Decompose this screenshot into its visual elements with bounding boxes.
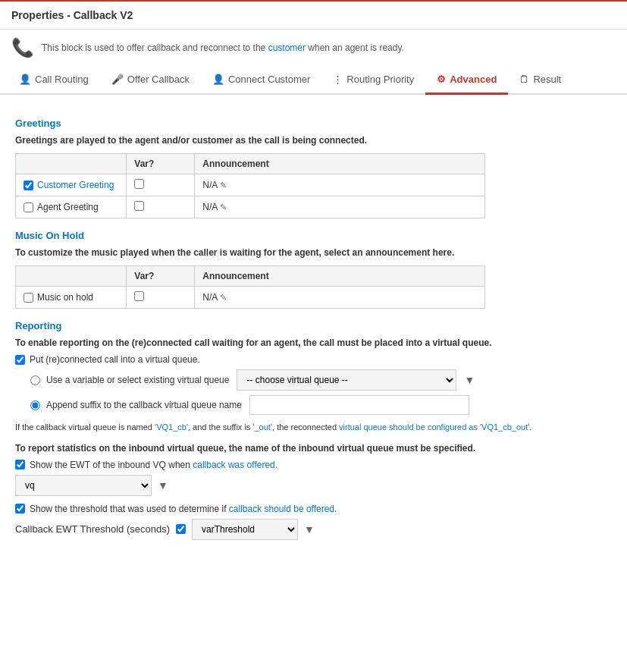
greetings-desc: Greetings are played to the agent and/or… [15,135,612,146]
greetings-section: Greetings Greetings are played to the ag… [15,118,612,218]
music-on-hold-desc: To customize the music played when the c… [15,247,612,258]
option1-option: Use a variable or select existing virtua… [30,375,229,385]
agent-greeting-cell: Agent Greeting [16,196,127,218]
vq-checkbox[interactable] [15,355,25,365]
ewt-threshold-dropdown[interactable]: varThreshold [192,519,298,540]
info-bar: 📞 This block is used to offer callback a… [0,30,627,66]
suffix-input[interactable]: _out [249,395,469,415]
reporting-section: Reporting To enable reporting on the (re… [15,320,612,540]
table-row: Music on hold N/A ✎ [16,287,485,309]
moh-edit-icon[interactable]: ✎ [220,293,227,302]
inbound-vq-dropdown-arrow-icon: ▼ [158,479,168,491]
ewt-var-checkbox[interactable] [176,524,186,534]
greetings-col-var: Var? [127,154,195,174]
customer-greeting-var-cell [127,174,195,196]
customer-greeting-edit-icon[interactable]: ✎ [220,181,227,190]
tab-connect-customer[interactable]: 👤 Connect Customer [201,66,321,95]
customer-greeting-cell: Customer Greeting [16,174,127,196]
moh-col-empty [16,266,127,287]
page-title: Properties - Callback V2 [11,9,133,21]
inbound-vq-dropdown[interactable]: vq [15,475,152,496]
greetings-table: Var? Announcement Customer Greeting [15,153,485,218]
vq-select-row: vq ▼ [15,475,612,496]
music-on-hold-table: Var? Announcement Music on hold [15,265,485,309]
customer-greeting-label[interactable]: Customer Greeting [24,180,118,190]
advanced-icon: ⚙ [437,74,446,85]
option1-row: Use a variable or select existing virtua… [15,369,612,391]
moh-col-var: Var? [127,266,195,287]
tab-offer-callback[interactable]: 🎤 Offer Callback [100,66,201,95]
customer-greeting-checkbox[interactable] [24,181,33,190]
show-threshold-checkbox[interactable] [15,504,25,513]
vq-dropdown-arrow-icon: ▼ [464,374,475,386]
connect-customer-icon: 👤 [212,74,224,85]
tab-routing-priority[interactable]: ⋮ Routing Priority [321,66,425,95]
reporting-desc: To enable reporting on the (re)connected… [15,338,612,348]
vq-checkbox-row: Put (re)connected call into a virtual qu… [15,354,612,365]
moh-checkbox[interactable] [24,293,33,303]
customer-greeting-var-checkbox[interactable] [134,179,144,189]
music-on-hold-section: Music On Hold To customize the music pla… [15,230,612,309]
reporting-title: Reporting [15,320,612,331]
show-ewt-checkbox[interactable] [15,460,25,469]
music-on-hold-title: Music On Hold [15,230,612,241]
agent-greeting-var-checkbox[interactable] [134,201,144,211]
moh-label[interactable]: Music on hold [24,292,118,303]
moh-var-checkbox[interactable] [134,291,144,301]
agent-greeting-label[interactable]: Agent Greeting [24,202,118,212]
main-content: Greetings Greetings are played to the ag… [0,95,627,551]
info-text: This block is used to offer callback and… [42,42,404,53]
routing-priority-icon: ⋮ [333,74,343,85]
table-row: Agent Greeting N/A ✎ [16,196,485,218]
customer-greeting-ann-cell: N/A ✎ [195,174,485,196]
greetings-col-ann: Announcement [195,154,485,174]
moh-cell: Music on hold [16,287,127,309]
table-row: Customer Greeting N/A ✎ [16,174,485,196]
ewt-threshold-dropdown-arrow-icon: ▼ [304,523,315,535]
agent-greeting-var-cell [127,196,195,218]
greetings-title: Greetings [15,118,612,129]
ewt-threshold-row: Callback EWT Threshold (seconds) varThre… [15,519,612,540]
result-icon: 🗒 [519,74,529,85]
call-routing-icon: 👤 [19,74,31,85]
option2-radio[interactable] [30,400,40,410]
bold-note: To report statistics on the inbound virt… [15,443,612,454]
moh-var-cell [127,287,195,309]
tab-result[interactable]: 🗒 Result [508,66,572,95]
moh-col-ann: Announcement [195,266,485,287]
option2-row: Append suffix to the callback virtual qu… [15,395,612,415]
show-ewt-row: Show the EWT of the inbound VQ when call… [15,460,612,470]
tab-call-routing[interactable]: 👤 Call Routing [8,66,100,95]
moh-ann-cell: N/A ✎ [195,287,485,309]
option1-radio[interactable] [30,375,40,385]
agent-greeting-ann-cell: N/A ✎ [195,196,485,218]
phone-callback-icon: 📞 [11,37,34,58]
agent-greeting-checkbox[interactable] [24,203,33,212]
agent-greeting-edit-icon[interactable]: ✎ [220,203,227,212]
option2-option: Append suffix to the callback virtual qu… [30,400,242,410]
info-note: If the callback virtual queue is named '… [15,421,612,434]
offer-callback-icon: 🎤 [111,74,124,85]
tab-bar: 👤 Call Routing 🎤 Offer Callback 👤 Connec… [0,66,627,95]
header: Properties - Callback V2 [0,2,627,30]
tab-advanced[interactable]: ⚙ Advanced [425,66,508,95]
show-threshold-row: Show the threshold that was used to dete… [15,504,612,514]
greetings-col-empty [16,154,127,174]
vq-dropdown[interactable]: -- choose virtual queue -- [237,369,456,391]
